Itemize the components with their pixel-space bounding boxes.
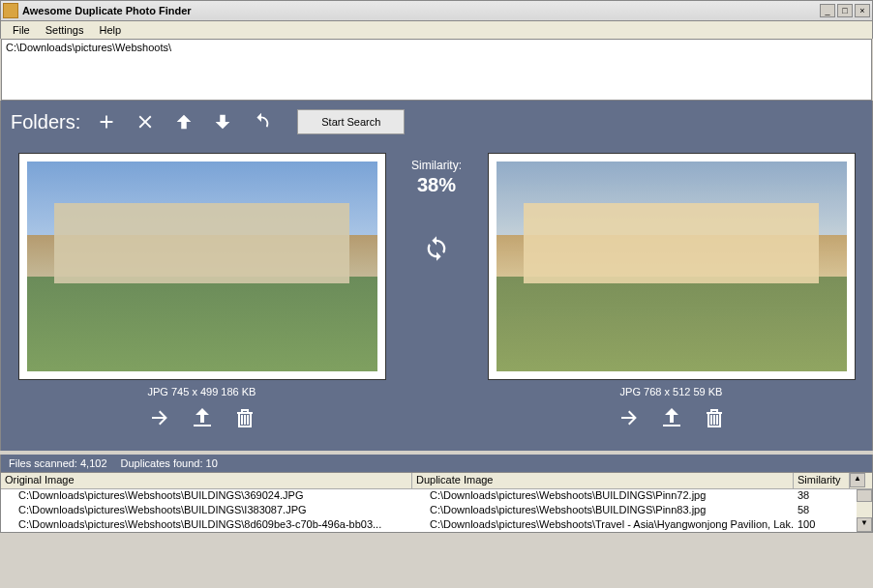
menu-help[interactable]: Help [91,24,129,36]
cell-duplicate: C:\Downloads\pictures\Webshoots\Travel -… [412,518,794,532]
folders-label: Folders: [11,111,80,133]
minimize-button[interactable]: _ [820,4,835,17]
similarity-panel: Similarity: 38% [403,153,470,441]
swap-icon[interactable] [423,235,450,264]
close-button[interactable]: × [855,4,870,17]
left-image [27,162,377,371]
left-image-frame[interactable] [18,153,386,380]
right-image-info: JPG 768 x 512 59 KB [620,386,723,397]
grid-body: C:\Downloads\pictures\Webshoots\BUILDING… [1,489,872,532]
folders-toolbar: Folders: Start Search [0,101,873,143]
maximize-button[interactable]: □ [837,4,853,17]
cell-similarity: 58 [794,504,850,518]
col-duplicate[interactable]: Duplicate Image [412,473,794,488]
menubar: File Settings Help [0,21,873,39]
folder-path-item[interactable]: C:\Downloads\pictures\Webshoots\ [6,42,867,53]
left-preview-pane: JPG 745 x 499 186 KB [9,153,395,441]
window-title: Awesome Duplicate Photo Finder [22,5,820,16]
col-original[interactable]: Original Image [1,473,412,488]
similarity-label: Similarity: [411,159,462,172]
table-row[interactable]: C:\Downloads\pictures\Webshoots\BUILDING… [1,489,872,504]
right-move-icon[interactable] [659,405,684,430]
right-delete-icon[interactable] [702,405,727,430]
preview-area: JPG 745 x 499 186 KB Similarity: 38% JPG… [0,143,873,451]
cell-original: C:\Downloads\pictures\Webshoots\BUILDING… [1,518,412,532]
remove-folder-icon[interactable] [135,111,156,132]
right-image [497,162,847,371]
folder-path-list[interactable]: C:\Downloads\pictures\Webshoots\ [1,39,872,101]
titlebar[interactable]: Awesome Duplicate Photo Finder _ □ × [0,0,873,21]
left-move-icon[interactable] [190,405,215,430]
col-similarity[interactable]: Similarity [794,473,850,488]
table-row[interactable]: C:\Downloads\pictures\Webshoots\BUILDING… [1,504,872,518]
left-delete-icon[interactable] [232,405,257,430]
similarity-value: 38% [417,174,456,196]
start-search-button[interactable]: Start Search [297,109,405,134]
scroll-down-icon[interactable]: ▼ [857,517,872,532]
left-open-icon[interactable] [147,405,172,430]
duplicates-found-label: Duplicates found: 10 [121,457,218,469]
grid-header: Original Image Duplicate Image Similarit… [1,473,872,489]
statusbar: Files scanned: 4,102 Duplicates found: 1… [0,455,873,472]
menu-settings[interactable]: Settings [38,24,92,36]
results-grid[interactable]: Original Image Duplicate Image Similarit… [0,472,873,533]
cell-original: C:\Downloads\pictures\Webshoots\BUILDING… [1,504,412,518]
files-scanned-label: Files scanned: 4,102 [9,457,107,469]
cell-duplicate: C:\Downloads\pictures\Webshoots\BUILDING… [412,504,794,518]
cell-duplicate: C:\Downloads\pictures\Webshoots\BUILDING… [412,489,794,504]
move-up-icon[interactable] [173,111,195,132]
cell-original: C:\Downloads\pictures\Webshoots\BUILDING… [1,489,412,504]
scrollbar[interactable]: ▼ [857,489,872,532]
move-down-icon[interactable] [212,111,233,132]
left-image-info: JPG 745 x 499 186 KB [148,386,256,397]
right-preview-pane: JPG 768 x 512 59 KB [478,153,864,441]
menu-file[interactable]: File [5,24,38,36]
app-icon [3,3,18,18]
scroll-up-icon[interactable]: ▲ [850,473,865,487]
refresh-icon[interactable] [251,111,272,132]
right-image-frame[interactable] [488,153,856,380]
cell-similarity: 38 [794,489,850,504]
scroll-thumb[interactable] [857,489,872,502]
right-open-icon[interactable] [617,405,642,430]
table-row[interactable]: C:\Downloads\pictures\Webshoots\BUILDING… [1,518,872,532]
cell-similarity: 100 [794,518,850,532]
add-folder-icon[interactable] [96,111,117,132]
